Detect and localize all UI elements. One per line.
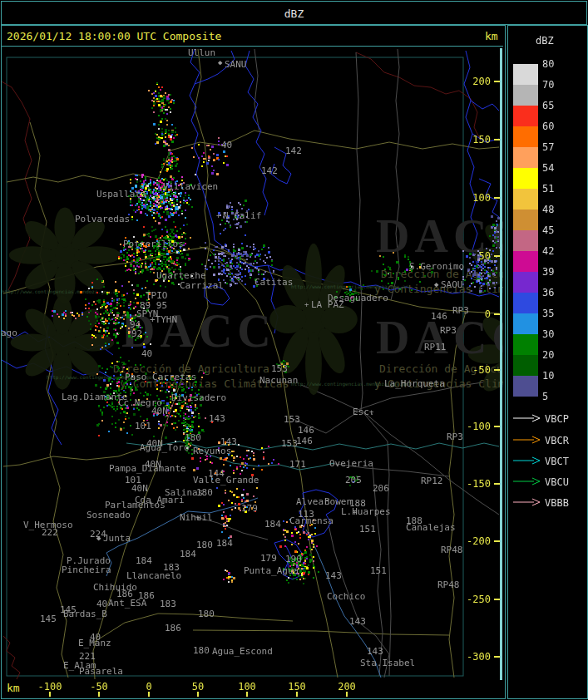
colorbar-swatch [513,334,538,355]
colorbar-swatch [513,210,538,230]
arrow-icon [513,498,541,506]
colorbar-swatch [513,126,538,147]
colorbar-value: 80 [542,59,571,69]
legend-label: VBCP [545,414,569,424]
colorbar-value: 54 [542,163,571,173]
x-tick [197,692,199,697]
legend-label: VBCR [545,436,569,446]
colorbar-value: 5 [542,392,571,402]
x-tick-label: 100 [238,682,256,692]
colorbar-swatch [513,85,538,106]
arrow-icon [513,414,541,422]
colorbar-swatch [513,106,538,126]
x-tick-label: 200 [338,682,356,692]
colorbar-swatch [513,313,538,334]
radar-app: { "title": {"text": "dBZ"}, "header": {"… [0,0,588,700]
colorbar-value: 35 [542,308,571,318]
colorbar-value: 10 [542,371,571,381]
colorbar-value: 51 [542,184,571,194]
colorbar-value: 36 [542,288,571,298]
colorbar-value: 30 [542,329,571,339]
x-tick-label: 150 [288,682,306,692]
x-tick [98,692,100,697]
colorbar-swatch [513,189,538,210]
colorbar-value: 57 [542,142,571,152]
colorbar-value: 42 [542,246,571,256]
x-tick [246,692,248,697]
x-tick-label: -50 [90,682,108,692]
colorbar-swatch [513,147,538,168]
colorbar-value: 60 [542,121,571,131]
x-axis: -100-50050100150200 [0,0,588,700]
x-tick [346,692,348,697]
colorbar-value: 45 [542,225,571,235]
colorbar-value: 70 [542,80,571,90]
x-tick [296,692,298,697]
x-tick [148,692,150,697]
x-tick-label: 50 [192,682,204,692]
legend-label: VBCT [545,456,569,466]
x-tick [49,692,51,697]
colorbar-value: 65 [542,101,571,111]
colorbar-swatch [513,272,538,293]
colorbar-value: 39 [542,267,571,277]
colorbar-value: 20 [542,350,571,360]
arrow-icon [513,456,541,465]
x-tick-label: -100 [38,682,62,692]
colorbar-swatch [513,230,538,251]
colorbar-title: dBZ [536,35,554,47]
colorbar-swatch [513,251,538,272]
colorbar-swatch [513,376,538,397]
colorbar-swatch [513,355,538,376]
x-tick-label: 0 [146,682,151,692]
colorbar-value: 48 [542,205,571,214]
arrow-icon [513,477,541,486]
legend-label: VBCU [545,477,569,487]
colorbar-swatch [513,293,538,313]
colorbar-swatch [513,64,538,85]
legend-label: VBBB [545,498,569,508]
arrow-icon [513,436,541,444]
colorbar-swatch [513,168,538,189]
